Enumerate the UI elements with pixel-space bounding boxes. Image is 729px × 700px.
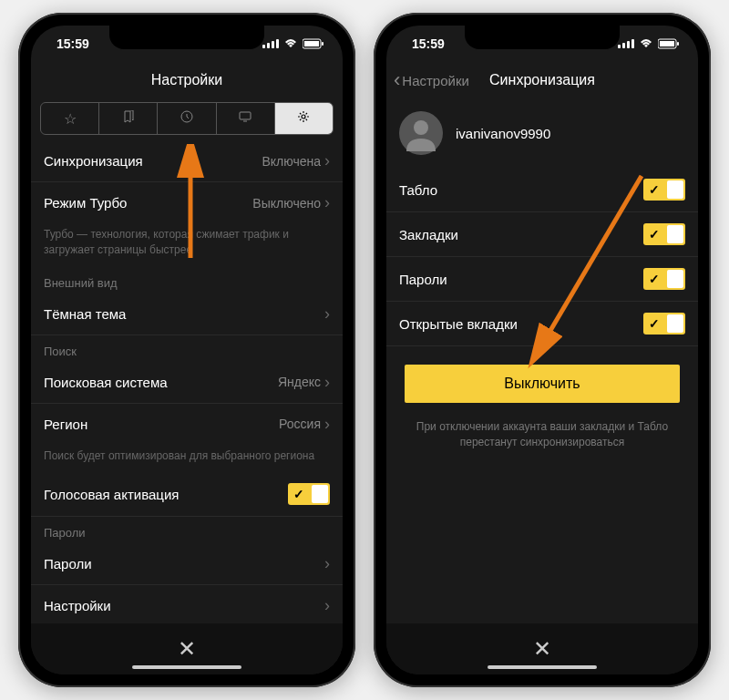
notch: [109, 26, 264, 49]
row-label: Голосовая активация: [44, 487, 179, 502]
status-indicators: [618, 38, 680, 49]
row-label: Регион: [44, 417, 87, 432]
signal-icon: [618, 39, 634, 48]
svg-rect-8: [660, 41, 674, 46]
tab-devices[interactable]: [217, 103, 275, 134]
svg-point-10: [414, 120, 428, 135]
battery-icon: [658, 38, 680, 49]
battery-icon: [303, 38, 324, 49]
username: ivanivanov9990: [456, 126, 550, 141]
row-open-tabs: Открытые вкладки: [386, 302, 698, 346]
close-button[interactable]: ✕: [533, 636, 551, 662]
tab-settings[interactable]: [275, 103, 333, 134]
row-turbo[interactable]: Режим Турбо Выключено›: [31, 182, 343, 223]
row-bookmarks: Закладки: [386, 212, 698, 257]
chevron-right-icon: ›: [324, 151, 330, 170]
phone-right: 15:59 ‹ Настройки Синхронизация: [374, 13, 711, 687]
svg-rect-4: [240, 112, 251, 119]
star-icon: ☆: [64, 110, 77, 128]
home-indicator[interactable]: [132, 665, 241, 669]
chevron-right-icon: ›: [324, 415, 330, 434]
row-label: Тёмная тема: [44, 306, 126, 322]
monitor-icon: [239, 110, 252, 127]
row-value: Россия: [279, 417, 321, 431]
row-label: Пароли: [44, 556, 92, 571]
page-title: Синхронизация: [489, 72, 595, 88]
row-label: Пароли: [399, 272, 447, 287]
home-indicator[interactable]: [488, 665, 597, 669]
phone-left: 15:59 Настройки ☆ Синхронизация: [18, 13, 355, 687]
section-appearance: Внешний вид: [31, 267, 343, 293]
row-label: Поисковая система: [44, 375, 168, 390]
nav-header: ‹ Настройки Синхронизация: [386, 62, 698, 98]
row-value: Яндекс: [278, 375, 321, 389]
row-label: Закладки: [399, 227, 458, 242]
svg-rect-1: [304, 41, 319, 46]
disable-note: При отключении аккаунта ваши закладки и …: [386, 412, 698, 458]
wifi-icon: [283, 38, 298, 49]
row-label: Открытые вкладки: [399, 316, 518, 332]
gear-icon: [297, 110, 310, 127]
tab-favorites[interactable]: ☆: [41, 103, 99, 134]
search-description: Поиск будет оптимизирован для выбранного…: [31, 445, 343, 473]
tab-bar: ☆: [40, 102, 334, 135]
row-sync[interactable]: Синхронизация Включена›: [31, 140, 343, 182]
avatar: [399, 111, 443, 155]
bookmarks-toggle[interactable]: [643, 223, 685, 245]
nav-header: Настройки: [31, 62, 343, 98]
tabs-toggle[interactable]: [643, 313, 685, 335]
row-search-engine[interactable]: Поисковая система Яндекс›: [31, 362, 343, 404]
status-time: 15:59: [56, 36, 89, 51]
status-time: 15:59: [412, 36, 445, 51]
notch: [465, 26, 620, 49]
close-button[interactable]: ✕: [178, 636, 196, 662]
back-button[interactable]: ‹ Настройки: [394, 68, 469, 92]
turbo-description: Турбо — технология, которая сжимает траф…: [31, 223, 343, 267]
clock-icon: [180, 110, 193, 127]
row-region[interactable]: Регион Россия›: [31, 404, 343, 445]
back-label: Настройки: [402, 73, 469, 88]
chevron-right-icon: ›: [324, 193, 330, 212]
user-row[interactable]: ivanivanov9990: [386, 98, 698, 168]
disable-button[interactable]: Выключить: [405, 365, 680, 403]
row-label: Режим Турбо: [44, 195, 127, 211]
row-value: Включена: [262, 154, 321, 169]
row-label: Синхронизация: [44, 153, 143, 169]
section-passwords: Пароли: [31, 517, 343, 543]
row-passwords[interactable]: Пароли ›: [31, 543, 343, 585]
row-label: Настройки: [44, 598, 111, 613]
sync-settings: ivanivanov9990 Табло Закладки Пароли Отк…: [386, 98, 698, 623]
page-title: Настройки: [151, 72, 222, 88]
svg-point-5: [302, 115, 305, 118]
screen-right: 15:59 ‹ Настройки Синхронизация: [386, 26, 698, 674]
svg-rect-2: [322, 42, 323, 46]
passwords-toggle[interactable]: [643, 268, 685, 290]
wifi-icon: [639, 38, 653, 49]
chevron-right-icon: ›: [324, 554, 330, 573]
tablo-toggle[interactable]: [643, 179, 685, 201]
bookmark-icon: [122, 110, 135, 127]
chevron-right-icon: ›: [324, 304, 330, 324]
signal-icon: [262, 39, 279, 48]
tab-history[interactable]: [158, 103, 216, 134]
settings-list[interactable]: Синхронизация Включена› Режим Турбо Выкл…: [31, 140, 343, 623]
row-settings[interactable]: Настройки ›: [31, 585, 343, 623]
status-indicators: [262, 38, 324, 49]
row-passwords: Пароли: [386, 257, 698, 302]
section-search: Поиск: [31, 335, 343, 362]
chevron-right-icon: ›: [324, 373, 330, 392]
row-value: Выключено: [252, 196, 321, 211]
voice-toggle[interactable]: [288, 483, 330, 505]
row-tablo: Табло: [386, 168, 698, 212]
row-label: Табло: [399, 182, 437, 198]
chevron-left-icon: ‹: [394, 68, 400, 92]
chevron-right-icon: ›: [324, 596, 330, 615]
row-voice-activation[interactable]: Голосовая активация: [31, 472, 343, 517]
row-dark-theme[interactable]: Тёмная тема ›: [31, 293, 343, 335]
screen-left: 15:59 Настройки ☆ Синхронизация: [31, 26, 343, 674]
tab-bookmarks[interactable]: [99, 103, 158, 134]
svg-rect-9: [677, 42, 679, 46]
